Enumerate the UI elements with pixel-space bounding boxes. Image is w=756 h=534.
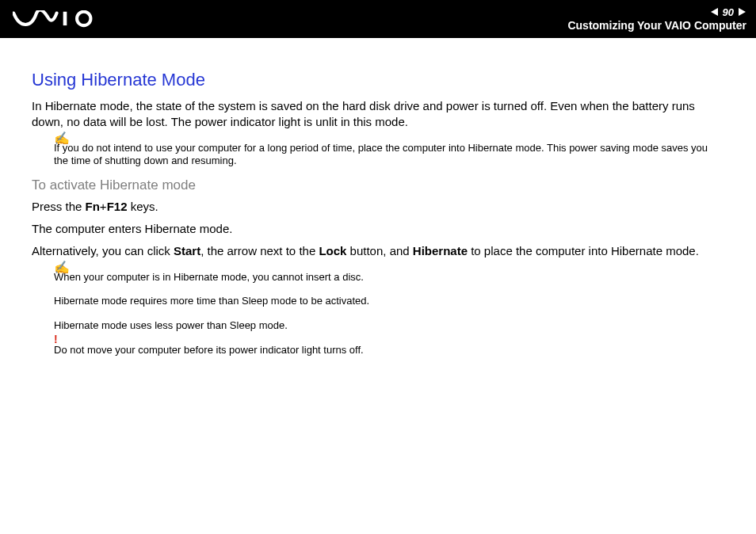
vaio-logo <box>13 10 100 28</box>
note-icon: ✍ <box>54 260 70 275</box>
svg-point-1 <box>77 12 90 25</box>
svg-marker-3 <box>739 8 746 16</box>
page-content: Using Hibernate Mode In Hibernate mode, … <box>0 38 756 357</box>
note-line-2: Hibernate mode requires more time than S… <box>54 295 724 308</box>
note-text-1: If you do not intend to use your compute… <box>54 142 724 169</box>
section-name: Customizing Your VAIO Computer <box>567 19 746 32</box>
subheading: To activate Hibernate mode <box>32 177 724 193</box>
svg-marker-2 <box>711 8 718 16</box>
warning-text: Do not move your computer before its pow… <box>54 344 724 357</box>
prev-page-icon[interactable] <box>710 7 720 17</box>
alternative-step: Alternatively, you can click Start, the … <box>32 242 724 260</box>
warning-icon: ! <box>54 333 58 345</box>
page-number: 90 <box>723 7 734 17</box>
header-bar: 90 Customizing Your VAIO Computer <box>0 0 756 38</box>
page-title: Using Hibernate Mode <box>32 70 724 90</box>
warning-block: ! Do not move your computer before its p… <box>54 344 724 357</box>
next-page-icon[interactable] <box>737 7 746 17</box>
note-line-3: Hibernate mode uses less power than Slee… <box>54 319 724 333</box>
header-right: 90 Customizing Your VAIO Computer <box>567 7 746 32</box>
step-2: The computer enters Hibernate mode. <box>32 220 724 238</box>
intro-paragraph: In Hibernate mode, the state of the syst… <box>32 98 724 131</box>
notes-group: ✍ When your computer is in Hibernate mod… <box>54 271 724 334</box>
note-icon: ✍ <box>54 131 70 146</box>
step-1: Press the Fn+F12 keys. <box>32 198 724 216</box>
vaio-logo-svg <box>13 10 100 28</box>
svg-rect-0 <box>63 12 67 25</box>
note-line-1: When your computer is in Hibernate mode,… <box>54 271 724 284</box>
page-nav: 90 <box>710 7 746 17</box>
note-block-1: ✍ If you do not intend to use your compu… <box>54 142 724 169</box>
